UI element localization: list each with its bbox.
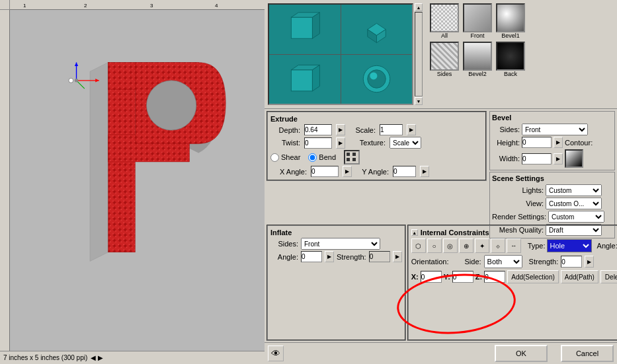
ok-button[interactable]: OK	[495, 345, 548, 362]
preview-cell-br[interactable]	[341, 55, 413, 104]
constraints-icon-3[interactable]: ◎	[443, 238, 458, 253]
inflate-angle-btn[interactable]: ▶	[325, 251, 334, 262]
materials-row-1: All Front Bevel1	[430, 3, 614, 39]
bevel-section: Bevel Sides: FrontBackBoth Height: ▶ Con…	[489, 111, 615, 170]
mat-front-label: Front	[470, 32, 484, 39]
bottom-row: Inflate Sides: FrontBackBoth Angle: ▶ St…	[265, 225, 617, 342]
mat-all[interactable]: All	[430, 3, 459, 39]
inflate-angle-input[interactable]	[301, 251, 322, 262]
preview-cell-bl[interactable]	[269, 55, 341, 104]
svg-marker-7	[90, 62, 108, 261]
scene-settings-title: Scene Settings	[492, 174, 612, 182]
scale-label: Scale:	[349, 126, 376, 134]
lights-label: Lights:	[492, 186, 544, 194]
width-input[interactable]	[522, 153, 552, 164]
x-angle-increment-btn[interactable]: ▶	[343, 166, 352, 177]
x-input[interactable]	[421, 271, 442, 283]
mat-bevel1-label: Bevel1	[501, 32, 520, 39]
cancel-button[interactable]: Cancel	[561, 345, 614, 362]
mat-front[interactable]: Front	[463, 3, 492, 39]
type-select[interactable]: Hole Bridge None	[547, 239, 592, 252]
mat-bevel2-label: Bevel2	[468, 71, 487, 77]
constraints-angle-label: Angle:	[597, 242, 617, 250]
add-path-btn[interactable]: Add(Path)	[561, 270, 598, 283]
inflate-sides-select[interactable]: FrontBackBoth	[301, 238, 380, 250]
bend-radio[interactable]	[308, 153, 317, 162]
height-input[interactable]	[522, 137, 552, 148]
constraints-section: ▲ Internal Constraints ⬡ ○ ◎ ⊕ ✦ ⟐ ↔ Typ…	[407, 225, 617, 341]
preview-scrollbar[interactable]: ▲ ▼	[415, 3, 423, 105]
scroll-arrows[interactable]: ◀ ▶	[91, 354, 103, 361]
twist-input[interactable]	[304, 137, 332, 149]
inflate-section: Inflate Sides: FrontBackBoth Angle: ▶ St…	[267, 225, 406, 341]
dimensions-label: 7 inches x 5 inches (300 ppi)	[3, 354, 87, 361]
mat-back[interactable]: Back	[496, 42, 525, 77]
constraints-icon-6[interactable]: ⟐	[491, 238, 505, 253]
shear-radio-label[interactable]: Shear	[270, 153, 300, 162]
inflate-strength-input[interactable]	[369, 251, 390, 262]
depth-label: Depth:	[270, 126, 300, 134]
constraints-icon-2[interactable]: ○	[427, 238, 442, 253]
scale-input[interactable]	[380, 124, 403, 135]
y-input[interactable]	[452, 271, 473, 283]
inflate-strength-btn[interactable]: ▶	[393, 251, 402, 262]
constraints-strength-input[interactable]	[561, 256, 582, 268]
eye-icon-btn[interactable]: 👁	[268, 346, 284, 361]
mat-back-label: Back	[504, 71, 517, 77]
y-angle-input[interactable]	[393, 166, 416, 177]
preview-cell-tr[interactable]	[341, 5, 413, 54]
type-label: Type:	[528, 242, 546, 250]
view-select[interactable]: Custom O...Default	[546, 198, 602, 209]
mat-bevel1[interactable]: Bevel1	[496, 3, 525, 39]
orientation-label: Orientation:	[411, 258, 449, 266]
height-increment-btn[interactable]: ▶	[554, 137, 563, 148]
z-input[interactable]	[484, 271, 505, 283]
ruler-mark-2: 2	[84, 3, 87, 9]
extrude-title: Extrude	[270, 115, 483, 123]
y-label: Y:	[444, 273, 450, 281]
bend-radio-label[interactable]: Bend	[308, 153, 336, 162]
right-settings: Bevel Sides: FrontBackBoth Height: ▶ Con…	[488, 109, 617, 225]
twist-increment-btn[interactable]: ▶	[336, 137, 345, 149]
preview-cell-tl[interactable]	[269, 5, 341, 54]
svg-rect-26	[292, 70, 313, 91]
constraints-icon-1[interactable]: ⬡	[411, 238, 426, 253]
bevel-sides-select[interactable]: FrontBackBoth	[522, 124, 588, 135]
view-label: View:	[492, 200, 544, 207]
ruler-mark-1: 1	[23, 3, 26, 9]
constraints-collapse-btn[interactable]: ▲	[411, 229, 418, 236]
delete-btn[interactable]: Delete	[600, 270, 617, 283]
lights-select[interactable]: CustomDefault	[546, 184, 602, 196]
grid-icon[interactable]	[344, 150, 360, 164]
add-selection-btn[interactable]: Add(Selection)	[507, 270, 559, 283]
mat-sides[interactable]: Sides	[430, 42, 459, 77]
texture-select[interactable]: ScaleTileNone	[390, 137, 421, 149]
mat-bevel2[interactable]: Bevel2	[463, 42, 492, 77]
status-bar: 7 inches x 5 inches (300 ppi) ◀ ▶	[0, 351, 265, 364]
contour-preview[interactable]	[565, 149, 583, 168]
scale-increment-btn[interactable]: ▶	[407, 124, 416, 135]
depth-increment-btn[interactable]: ▶	[336, 124, 345, 135]
svg-point-31	[370, 73, 377, 80]
width-increment-btn[interactable]: ▶	[554, 153, 563, 164]
side-select[interactable]: BothFrontBack	[484, 255, 522, 268]
contour-label: Contour:	[565, 139, 593, 147]
depth-input[interactable]	[304, 124, 332, 135]
inflate-strength-label: Strength:	[337, 253, 366, 261]
mat-sides-label: Sides	[437, 71, 452, 77]
mat-all-label: All	[441, 32, 448, 39]
constraints-icon-5[interactable]: ✦	[475, 238, 489, 253]
shear-radio[interactable]	[270, 153, 279, 162]
constraints-icon-4[interactable]: ⊕	[459, 238, 473, 253]
svg-marker-28	[313, 65, 320, 91]
constraints-strength-btn[interactable]: ▶	[585, 256, 594, 268]
y-angle-increment-btn[interactable]: ▶	[420, 166, 429, 177]
x-angle-input[interactable]	[311, 166, 339, 177]
svg-point-18	[75, 79, 78, 82]
render-select[interactable]: CustomDefaultDraft	[548, 211, 604, 223]
bevel-title: Bevel	[492, 114, 612, 122]
left-controls: Extrude Depth: ▶ Scale: ▶ Twist: ▶ Textu…	[265, 109, 488, 225]
x-label: X:	[411, 273, 419, 281]
svg-point-19	[69, 78, 73, 83]
constraints-icon-7[interactable]: ↔	[507, 238, 521, 253]
